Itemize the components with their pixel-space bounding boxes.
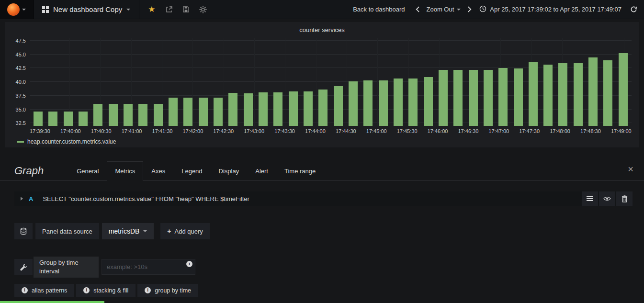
bar [334,86,343,126]
x-tick-label: 17:40:30 [91,128,112,134]
panel-title[interactable]: counter services [5,22,639,34]
chevron-down-icon [126,9,130,11]
info-icon [186,261,192,267]
bar [543,65,553,126]
x-tick-label: 17:39:30 [30,128,50,134]
share-icon[interactable] [165,6,173,13]
x-tick-label: 17:45:00 [366,128,387,134]
refresh-icon[interactable] [630,6,637,13]
bars [30,38,632,126]
panel-editor: Graph GeneralMetricsAxesLegendDisplayAle… [0,159,644,297]
tab-display[interactable]: Display [211,161,248,180]
gridline [30,109,632,110]
x-tick-label: 17:46:00 [428,128,448,134]
time-shift-back-chevron-icon[interactable] [414,6,422,12]
eye-icon [603,196,611,202]
query-menu-button[interactable] [582,191,598,206]
bar [109,104,118,126]
bar [214,98,223,126]
help-group-by-time[interactable]: group by time [137,284,198,297]
legend-series-label[interactable]: heap.counter.custom.metrics.value [27,138,116,145]
save-icon[interactable] [182,6,190,13]
legend: heap.counter.custom.metrics.value [17,138,639,145]
wrench-icon [20,263,27,271]
tab-general[interactable]: General [68,161,107,180]
settings-gear-icon[interactable] [199,6,207,13]
vertical-gridline [316,38,316,126]
x-axis: 17:39:3017:40:0017:40:3017:41:0017:41:30… [30,128,632,134]
group-by-interval-input-wrap [102,259,195,275]
legend-series-icon[interactable] [17,141,24,143]
plot-area: 47.545.042.540.037.535.032.5 [30,38,632,126]
bar [34,112,43,126]
help-stacking-fill[interactable]: stacking & fill [76,284,136,297]
bar [484,70,493,126]
x-tick-label: 17:42:00 [182,128,203,134]
y-tick-label: 35.0 [7,107,26,112]
vertical-gridline [377,38,378,126]
gridline [30,40,632,41]
query-toggle-visibility-button[interactable] [599,191,615,206]
x-tick-label: 17:42:30 [213,128,234,134]
time-controls: Back to dashboard Zoom Out Apr 25, 2017 … [353,5,637,14]
x-tick-label: 17:41:30 [152,128,173,134]
time-range-text: Apr 25, 2017 17:39:02 to Apr 25, 2017 17… [490,6,621,13]
x-tick-label: 17:40:00 [60,128,81,134]
query-options-button[interactable] [14,259,33,275]
panel-type-title: Graph [14,165,44,177]
plus-icon [167,227,171,235]
bar [318,90,328,126]
dashboard-picker[interactable]: New dashboard Copy [34,0,139,19]
bar [574,63,583,126]
bar [619,53,628,126]
gridline [30,123,632,123]
bar [48,112,57,126]
info-icon [22,287,28,293]
query-delete-button[interactable] [616,191,633,206]
time-range-picker[interactable]: Apr 25, 2017 17:39:02 to Apr 25, 2017 17… [479,5,621,14]
close-icon[interactable] [628,164,633,174]
bar [408,79,418,126]
query-ref-id[interactable]: A [29,195,33,202]
group-by-interval-input[interactable] [102,259,195,275]
bar [138,104,147,126]
datasource-selected: metricsDB [109,227,140,235]
add-query-button[interactable]: Add query [160,223,209,239]
group-by-interval-label: Group by time interval [34,257,99,278]
x-tick-label: 17:44:30 [336,128,356,134]
panel-data-source-label: Panel data source [35,223,99,239]
grafana-main-menu[interactable] [0,0,34,19]
y-tick-label: 32.5 [7,120,26,126]
datasource-help-button[interactable] [14,223,33,239]
group-by-row: Group by time interval [14,257,644,278]
vertical-gridline [347,38,347,126]
help-label: stacking & fill [93,287,128,294]
bar [363,80,373,126]
bar [469,70,478,126]
datasource-dropdown[interactable]: metricsDB [102,223,154,239]
help-label: alias patterns [32,287,67,294]
zoom-out-label: Zoom Out [427,6,454,13]
graph-panel: counter services 47.545.042.540.037.535.… [5,22,639,147]
vertical-gridline [224,38,224,126]
next-panel-strip [0,301,104,303]
tab-legend[interactable]: Legend [173,161,210,180]
help-alias-patterns[interactable]: alias patterns [14,284,74,297]
star-icon[interactable] [148,5,155,13]
tab-axes[interactable]: Axes [143,161,173,180]
vertical-gridline [254,38,255,126]
zoom-out-button[interactable]: Zoom Out [422,6,466,13]
tab-metrics[interactable]: Metrics [107,161,143,181]
add-query-label: Add query [175,228,203,235]
gridline [30,95,632,96]
time-shift-forward-chevron-icon[interactable] [465,6,474,12]
query-text[interactable]: SELECT "counter.custom.metrics.value" FR… [43,195,582,202]
gridline [30,81,632,82]
back-to-dashboard-link[interactable]: Back to dashboard [353,6,405,13]
tab-alert[interactable]: Alert [247,161,276,180]
bar [64,112,73,126]
tab-time-range[interactable]: Time range [276,161,324,180]
chevron-down-icon [457,9,461,11]
query-collapse-caret-icon[interactable] [21,197,23,201]
bar [439,70,448,126]
